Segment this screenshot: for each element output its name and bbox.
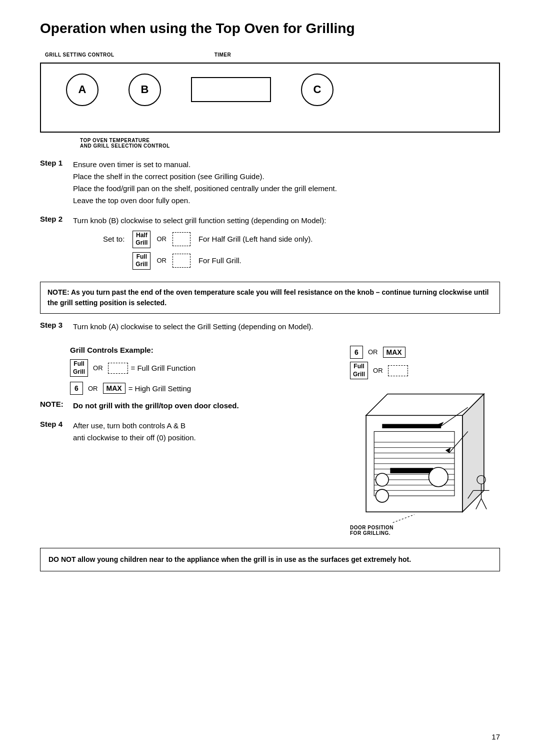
svg-marker-2 bbox=[462, 394, 484, 512]
step4-line1: After use, turn both controls A & B bbox=[73, 420, 196, 432]
half-grill-row: Set to: Half Grill OR For Half Grill (Le… bbox=[103, 231, 326, 248]
high-grill-row: 6 OR MAX = High Grill Setting bbox=[70, 382, 340, 395]
right-full-grill-row: Full Grill OR bbox=[350, 362, 500, 379]
right-oven-diagram: 6 OR MAX Full Grill OR bbox=[350, 346, 500, 536]
right-or-text-2: OR bbox=[373, 367, 383, 374]
half-grill-box: Half Grill bbox=[132, 231, 150, 248]
right-dotted-rect bbox=[388, 365, 408, 376]
or-text-4: OR bbox=[88, 385, 98, 392]
full-grill-box: Full Grill bbox=[132, 252, 150, 270]
left-content: Grill Controls Example: Full Grill OR = … bbox=[40, 341, 340, 452]
full-grill-line1: Full bbox=[136, 253, 148, 261]
right-full-grill-box: Full Grill bbox=[350, 362, 368, 379]
step4-block: Step 4 After use, turn both controls A &… bbox=[40, 420, 340, 444]
right-full-grill-1: Full bbox=[353, 363, 365, 371]
step3-block: Step 3 Turn knob (A) clockwise to select… bbox=[40, 321, 500, 333]
note-grill-content: Do not grill with the grill/top oven doo… bbox=[73, 400, 239, 412]
knob-a: A bbox=[66, 74, 98, 106]
control-diagram: GRILL SETTING CONTROL TIMER A B C TOP OV… bbox=[40, 52, 500, 149]
main-content-area: Grill Controls Example: Full Grill OR = … bbox=[40, 341, 500, 536]
set-to-label: Set to: bbox=[103, 233, 124, 245]
svg-rect-14 bbox=[382, 424, 441, 429]
diagram-header: GRILL SETTING CONTROL TIMER bbox=[40, 52, 500, 58]
step4-line2: anti clockwise to their off (0) position… bbox=[73, 432, 196, 444]
svg-point-15 bbox=[376, 473, 388, 486]
right-full-grill-2: Grill bbox=[353, 371, 365, 379]
page-number: 17 bbox=[492, 732, 500, 741]
step1-label: Step 1 bbox=[40, 159, 70, 167]
bottom-label-line2: AND GRILL SELECTION CONTROL bbox=[80, 143, 500, 149]
svg-line-27 bbox=[482, 499, 487, 509]
step1-content: Ensure oven timer is set to manual. Plac… bbox=[73, 159, 337, 207]
knob-b-label: B bbox=[141, 83, 149, 96]
right-max-box: MAX bbox=[383, 347, 406, 358]
knob-a-label: A bbox=[78, 83, 86, 96]
grill-controls-title: Grill Controls Example: bbox=[70, 346, 340, 354]
half-grill-desc: For Half Grill (Left hand side only). bbox=[198, 233, 312, 245]
note-grill-block: NOTE: Do not grill with the grill/top ov… bbox=[40, 400, 340, 412]
step1-line3: Place the food/grill pan on the shelf, p… bbox=[73, 183, 337, 195]
full-grill-function-row: Full Grill OR = Full Grill Function bbox=[70, 359, 340, 377]
grill-setting-label: GRILL SETTING CONTROL bbox=[45, 52, 114, 58]
oven-illustration bbox=[350, 383, 500, 533]
controls-row: A B C bbox=[41, 64, 499, 116]
svg-line-26 bbox=[476, 499, 482, 509]
page-title: Operation when using the Top Oven for Gr… bbox=[40, 20, 500, 37]
note-box-step2: NOTE: As you turn past the end of the ov… bbox=[40, 282, 500, 314]
warning-box: DO NOT allow young children near to the … bbox=[40, 548, 500, 571]
right-number-6: 6 bbox=[350, 346, 363, 359]
knob-c-label: C bbox=[314, 83, 322, 96]
full-grill-function-text: = Full Grill Function bbox=[131, 364, 196, 372]
dotted-rect-half bbox=[172, 232, 190, 246]
step4-content: After use, turn both controls A & B anti… bbox=[73, 420, 196, 444]
bottom-label-area: TOP OVEN TEMPERATURE AND GRILL SELECTION… bbox=[40, 138, 500, 149]
control-panel-diagram: A B C bbox=[40, 63, 500, 133]
full-grill-line2: Grill bbox=[136, 261, 148, 269]
timer-display bbox=[191, 77, 271, 102]
full-grill-row: Set to: Full Grill OR For Full Grill. bbox=[103, 252, 326, 270]
dotted-rect-full bbox=[172, 254, 190, 268]
step4-label: Step 4 bbox=[40, 420, 70, 428]
note-box-text: NOTE: As you turn past the end of the ov… bbox=[48, 288, 488, 307]
bottom-label-line1: TOP OVEN TEMPERATURE bbox=[80, 138, 500, 143]
grill-options: Set to: Half Grill OR For Half Grill (Le… bbox=[103, 231, 326, 270]
knob-b: B bbox=[128, 74, 161, 106]
svg-rect-17 bbox=[390, 468, 433, 473]
step3-content: Turn knob (A) clockwise to select the Gr… bbox=[73, 321, 314, 333]
right-controls-row: 6 OR MAX bbox=[350, 346, 500, 359]
svg-line-29 bbox=[393, 515, 414, 523]
step1-line1: Ensure oven timer is set to manual. bbox=[73, 159, 337, 171]
full-grill-desc: For Full Grill. bbox=[198, 255, 242, 267]
step1-line2: Place the shelf in the correct position … bbox=[73, 171, 337, 183]
step2-intro: Turn knob (B) clockwise to select grill … bbox=[73, 215, 326, 227]
grill-controls-section: Grill Controls Example: Full Grill OR = … bbox=[70, 346, 340, 395]
number-box-6: 6 bbox=[70, 382, 83, 395]
timer-label: TIMER bbox=[214, 52, 232, 58]
right-or-text: OR bbox=[368, 348, 378, 356]
step2-block: Step 2 Turn knob (B) clockwise to select… bbox=[40, 215, 500, 274]
step2-content: Turn knob (B) clockwise to select grill … bbox=[73, 215, 326, 274]
half-grill-line2: Grill bbox=[136, 239, 148, 247]
note-grill-text: Do not grill with the grill/top oven doo… bbox=[73, 400, 239, 412]
max-box: MAX bbox=[103, 383, 126, 394]
dotted-rect-full-2 bbox=[108, 363, 128, 374]
or-text-3: OR bbox=[93, 364, 103, 372]
full-grill-2-line2: Grill bbox=[73, 368, 85, 376]
full-grill-2-line1: Full bbox=[73, 360, 85, 368]
step1-line4: Leave the top oven door fully open. bbox=[73, 195, 337, 207]
step1-block: Step 1 Ensure oven timer is set to manua… bbox=[40, 159, 500, 207]
step2-label: Step 2 bbox=[40, 215, 70, 223]
knob-c: C bbox=[301, 74, 334, 106]
half-grill-line1: Half bbox=[136, 232, 148, 240]
svg-point-16 bbox=[376, 489, 388, 502]
svg-point-18 bbox=[429, 467, 448, 487]
high-grill-text: = High Grill Setting bbox=[128, 384, 191, 393]
warning-text: DO NOT allow young children near to the … bbox=[48, 555, 411, 563]
full-grill-box-2: Full Grill bbox=[70, 359, 88, 377]
or-text-1: OR bbox=[156, 234, 166, 245]
note-label: NOTE: bbox=[40, 400, 70, 408]
or-text-2: OR bbox=[156, 256, 166, 266]
step3-text: Turn knob (A) clockwise to select the Gr… bbox=[73, 321, 314, 333]
step3-label: Step 3 bbox=[40, 321, 70, 329]
